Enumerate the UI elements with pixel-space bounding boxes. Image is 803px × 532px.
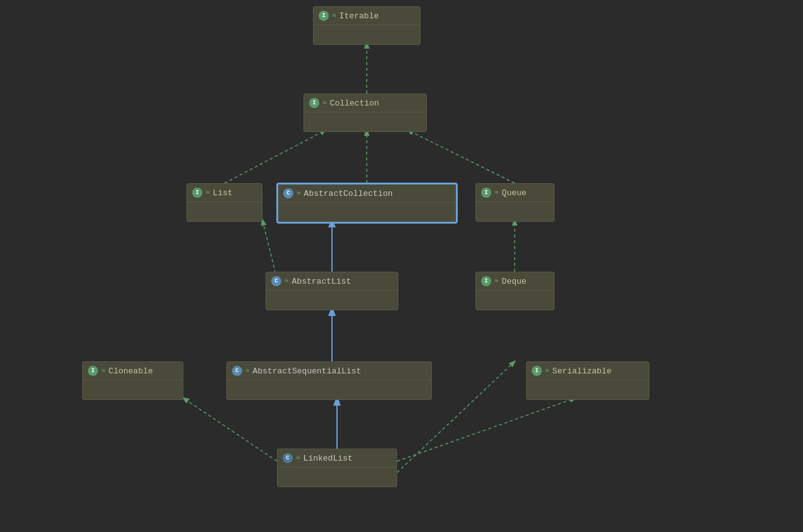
badge-abstractcollection: C [283,188,293,198]
node-deque-body [476,291,554,310]
node-collection-body [304,112,426,131]
node-serializable-header: I ≈ Serializable [527,362,649,380]
node-list[interactable]: I ≈ List [187,183,262,222]
node-list-header: I ≈ List [187,184,262,202]
impl-queue: ≈ [494,189,499,196]
impl-cloneable: ≈ [101,367,106,375]
node-queue[interactable]: I ≈ Queue [475,183,555,222]
connections-svg [0,0,803,532]
label-iterable: Iterable [340,11,379,21]
impl-iterable: ≈ [332,12,336,20]
node-cloneable-header: I ≈ Cloneable [83,362,183,380]
impl-abstractlist: ≈ [285,277,289,285]
node-abstractcollection[interactable]: C ≈ AbstractCollection [277,183,457,223]
node-abstractcollection-header: C ≈ AbstractCollection [278,184,456,203]
node-abstractlist-body [266,291,398,310]
node-serializable[interactable]: I ≈ Serializable [526,361,649,400]
label-serializable: Serializable [553,366,612,376]
node-collection-header: I ≈ Collection [304,94,426,112]
node-serializable-body [527,380,649,399]
impl-list: ≈ [205,189,210,196]
node-iterable-body [314,25,420,44]
node-cloneable[interactable]: I ≈ Cloneable [82,361,183,400]
label-deque: Deque [502,277,527,286]
diagram-container: I ≈ Iterable I ≈ Collection I ≈ List C ≈… [0,0,803,532]
label-linkedlist: LinkedList [303,454,353,463]
svg-line-3 [408,130,515,183]
node-linkedlist-header: C ≈ LinkedList [278,449,396,468]
node-deque-header: I ≈ Deque [476,272,554,291]
badge-linkedlist: C [283,453,293,463]
impl-serializable: ≈ [545,367,549,375]
label-collection: Collection [330,99,379,108]
impl-deque: ≈ [494,277,499,285]
badge-cloneable: I [88,366,98,376]
node-abstractsequentiallist-header: C ≈ AbstractSequentialList [227,362,431,380]
node-list-body [187,202,262,221]
label-abstractlist: AbstractList [292,277,352,286]
node-collection[interactable]: I ≈ Collection [303,94,427,132]
badge-deque: I [481,276,491,286]
badge-abstractsequentiallist: C [232,366,242,376]
label-cloneable: Cloneable [109,366,153,376]
svg-line-1 [224,130,326,183]
badge-iterable: I [319,11,329,21]
node-iterable[interactable]: I ≈ Iterable [313,6,420,45]
label-queue: Queue [502,188,527,198]
node-abstractcollection-body [278,203,456,222]
node-queue-body [476,202,554,221]
node-iterable-header: I ≈ Iterable [314,7,420,25]
node-abstractlist[interactable]: C ≈ AbstractList [266,272,398,310]
badge-list: I [192,188,202,198]
node-abstractsequentiallist[interactable]: C ≈ AbstractSequentialList [226,361,432,400]
label-list: List [213,188,233,198]
node-linkedlist[interactable]: C ≈ LinkedList [277,449,397,487]
label-abstractsequentiallist: AbstractSequentialList [253,366,362,376]
badge-abstractlist: C [271,276,281,286]
impl-collection: ≈ [322,99,327,107]
svg-line-9 [183,398,277,461]
badge-serializable: I [532,366,542,376]
node-queue-header: I ≈ Queue [476,184,554,202]
node-cloneable-body [83,380,183,399]
impl-abstractcollection: ≈ [297,190,301,197]
svg-line-10 [397,398,575,461]
label-abstractcollection: AbstractCollection [304,189,393,198]
node-linkedlist-body [278,468,396,487]
badge-queue: I [481,188,491,198]
impl-abstractsequentiallist: ≈ [245,367,250,375]
impl-linkedlist: ≈ [296,454,300,462]
node-deque[interactable]: I ≈ Deque [475,272,555,310]
badge-collection: I [309,98,319,108]
node-abstractlist-header: C ≈ AbstractList [266,272,398,291]
node-abstractsequentiallist-body [227,380,431,399]
